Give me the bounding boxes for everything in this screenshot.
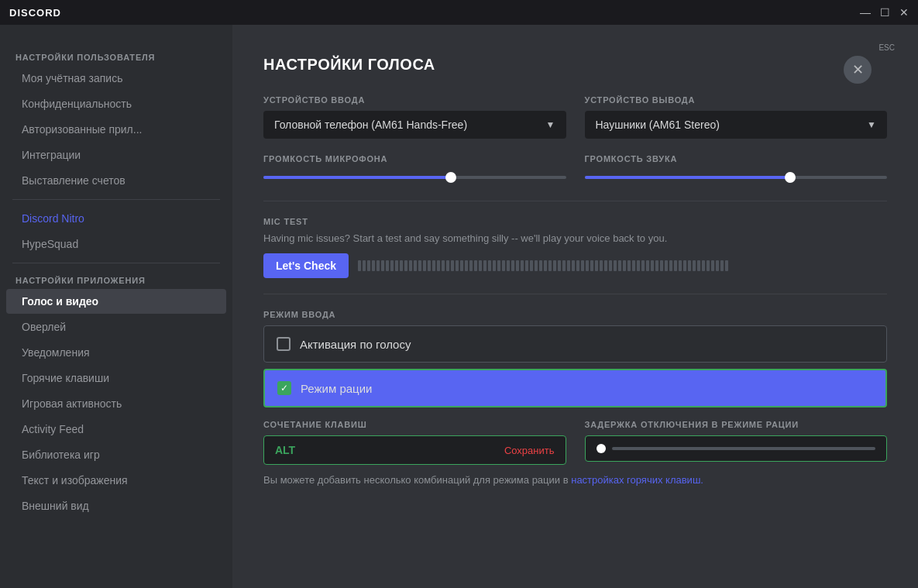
sidebar-item-authorized-apps[interactable]: Авторизованные прил... [6, 117, 226, 142]
sidebar-item-hypesquad[interactable]: HypeSquad [6, 232, 226, 256]
sound-volume-slider[interactable] [585, 170, 888, 185]
walky-talky-option[interactable]: ✓ Режим рации [263, 369, 887, 407]
mic-bar [674, 260, 677, 271]
mic-bar [437, 260, 440, 271]
keybind-value: ALT [275, 444, 295, 456]
mic-bar [660, 260, 663, 271]
mic-bar [595, 260, 598, 271]
mic-volume-slider[interactable] [263, 170, 566, 185]
close-settings-button[interactable]: ✕ [844, 56, 872, 84]
sidebar-item-billing[interactable]: Выставление счетов [6, 168, 226, 193]
sound-slider-fill [585, 176, 791, 179]
mic-slider-thumb[interactable] [445, 172, 456, 183]
mic-bar [600, 260, 603, 271]
sidebar-item-overlay[interactable]: Оверлей [6, 315, 226, 339]
mic-bar [665, 260, 668, 271]
hotkeys-settings-link[interactable]: настройках горячих клавиш. [571, 474, 703, 486]
keybind-box[interactable]: ALT Сохранить [263, 435, 566, 465]
sidebar: НАСТРОЙКИ ПОЛЬЗОВАТЕЛЯ Моя учётная запис… [0, 25, 232, 588]
mic-bar [525, 260, 528, 271]
user-settings-label: НАСТРОЙКИ ПОЛЬЗОВАТЕЛЯ [0, 46, 232, 65]
mic-bar [474, 260, 477, 271]
title-bar: DISCORD — ☐ ✕ [0, 0, 918, 25]
voice-activation-option[interactable]: Активация по голосу [263, 325, 887, 363]
mic-bar [646, 260, 649, 271]
mic-bar [711, 260, 714, 271]
mic-bar [367, 260, 370, 271]
sidebar-item-integrations[interactable]: Интеграции [6, 143, 226, 167]
mic-visualizer [358, 253, 887, 278]
mic-bar [376, 260, 380, 271]
settings-content: ✕ ESC НАСТРОЙКИ ГОЛОСА УСТРОЙСТВО ВВОДА … [232, 25, 918, 588]
sidebar-item-appearance[interactable]: Внешний вид [6, 493, 226, 518]
mic-bar [590, 260, 593, 271]
mic-bar [507, 260, 510, 271]
mic-bar [409, 260, 412, 271]
mic-bar [553, 260, 556, 271]
mic-bar [683, 260, 686, 271]
lets-check-button[interactable]: Let's Check [263, 253, 349, 278]
window-close-button[interactable]: ✕ [899, 6, 909, 19]
keybind-save-button[interactable]: Сохранить [504, 445, 555, 456]
voice-activation-checkbox[interactable] [277, 337, 291, 351]
mic-bar [400, 260, 403, 271]
mic-bar [381, 260, 384, 271]
sidebar-item-text-images[interactable]: Текст и изображения [6, 468, 226, 493]
mic-bar [451, 260, 454, 271]
delay-slider-thumb [597, 444, 606, 453]
close-area: ✕ ESC [878, 40, 895, 52]
esc-label: ESC [878, 43, 895, 52]
mic-bar [442, 260, 445, 271]
maximize-button[interactable]: ☐ [880, 6, 890, 19]
mic-bar [725, 260, 728, 271]
sidebar-item-game-activity[interactable]: Игровая активность [6, 391, 226, 416]
mic-bar [372, 260, 375, 271]
sidebar-item-game-library[interactable]: Библиотека игр [6, 442, 226, 467]
mic-bar [627, 260, 631, 271]
mic-bar [567, 260, 570, 271]
sound-slider-thumb[interactable] [785, 172, 796, 183]
mic-bar [535, 260, 538, 271]
output-device-arrow-icon: ▼ [867, 119, 876, 130]
mic-bar [386, 260, 389, 271]
mic-bar [697, 260, 700, 271]
input-device-dropdown[interactable]: Головной телефон (AM61 Hands-Free) ▼ [263, 111, 566, 139]
mic-bar [404, 260, 407, 271]
mic-test-row: Let's Check [263, 253, 887, 278]
input-mode-section: РЕЖИМ ВВОДА Активация по голосу ✓ Режим … [263, 310, 887, 407]
mic-bar [562, 260, 566, 271]
output-device-dropdown[interactable]: Наушники (AM61 Stereo) ▼ [585, 111, 888, 139]
mic-bar [548, 260, 552, 271]
mic-bar [497, 260, 500, 271]
mic-bar [363, 260, 366, 271]
mic-bar [469, 260, 473, 271]
mic-volume-label: ГРОМКОСТЬ МИКРОФОНА [263, 154, 566, 163]
divider-1 [263, 201, 887, 201]
walky-talky-checkbox[interactable]: ✓ [277, 381, 291, 395]
mic-bar [493, 260, 496, 271]
mic-bar [446, 260, 449, 271]
sidebar-item-discord-nitro[interactable]: Discord Nitro [6, 206, 226, 231]
sidebar-item-notifications[interactable]: Уведомления [6, 340, 226, 365]
main-layout: НАСТРОЙКИ ПОЛЬЗОВАТЕЛЯ Моя учётная запис… [0, 25, 918, 588]
mic-bar [576, 260, 579, 271]
mic-bar [414, 260, 417, 271]
mic-bar [558, 260, 561, 271]
mic-bar [637, 260, 640, 271]
keybind-label: СОЧЕТАНИЕ КЛАВИШ [263, 420, 566, 429]
minimize-button[interactable]: — [860, 6, 871, 19]
mic-bar [614, 260, 617, 271]
sidebar-item-my-account[interactable]: Моя учётная запись [6, 66, 226, 91]
mic-bar [618, 260, 621, 271]
mic-bar [604, 260, 607, 271]
mic-volume-col: ГРОМКОСТЬ МИКРОФОНА [263, 154, 566, 185]
delay-col: ЗАДЕРЖКА ОТКЛЮЧЕНИЯ В РЕЖИМЕ РАЦИИ [585, 420, 888, 465]
mic-bar [428, 260, 431, 271]
sidebar-item-voice-video[interactable]: Голос и видео [6, 289, 226, 314]
sidebar-item-activity-feed[interactable]: Activity Feed [6, 417, 226, 442]
mic-bar [460, 260, 463, 271]
sidebar-item-privacy[interactable]: Конфиденциальность [6, 91, 226, 116]
sidebar-item-hotkeys[interactable]: Горячие клавиши [6, 366, 226, 390]
keybind-section: СОЧЕТАНИЕ КЛАВИШ ALT Сохранить ЗАДЕРЖКА … [263, 420, 887, 465]
delay-box[interactable] [585, 435, 888, 462]
